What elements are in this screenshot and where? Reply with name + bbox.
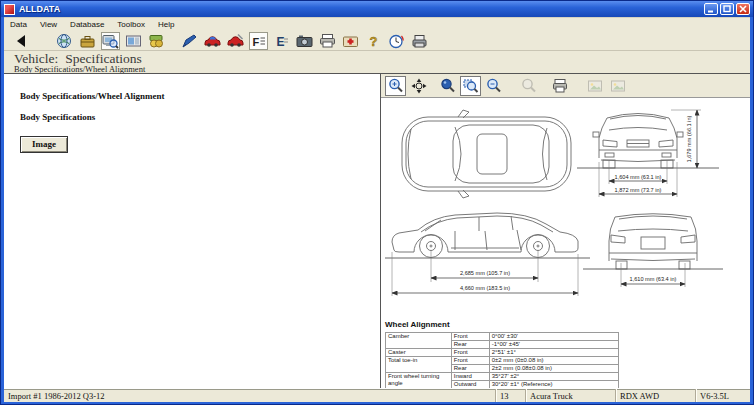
spec-value: 2±2 mm (0.08±0.08 in) — [489, 365, 618, 373]
spec-value: 30°20' ±1° (Reference) — [489, 381, 618, 389]
money-icon[interactable] — [147, 32, 166, 50]
spec-item: Caster — [386, 349, 452, 357]
zoom-in-icon[interactable] — [385, 76, 406, 96]
close-button[interactable] — [736, 3, 750, 15]
main-toolbar: F E ? — [4, 31, 750, 51]
window-title: ALLDATA — [19, 4, 704, 14]
car-repair-icon[interactable] — [226, 32, 245, 50]
status-vehicle-make: Acura Truck — [525, 389, 615, 402]
spec-position: Front — [451, 333, 489, 341]
vehicle-search-icon[interactable] — [101, 32, 120, 50]
camera-icon[interactable] — [295, 32, 314, 50]
zoom-dynamic-icon[interactable] — [437, 76, 458, 96]
article-heading: Body Specifications/Wheel Alignment — [20, 91, 380, 101]
menu-data[interactable]: Data — [10, 20, 27, 29]
menu-view[interactable]: View — [40, 20, 57, 29]
dimension-label: 1,679 mm (66.1 in) — [686, 115, 692, 162]
status-vehicle-model: RDX AWD — [615, 389, 695, 402]
spec-position: Rear — [451, 341, 489, 349]
spec-position: Front — [451, 357, 489, 365]
image-viewer-panel: 1,604 mm (63.1 in) 1,872 mm (73.7 in) 1,… — [381, 74, 750, 388]
pan-icon[interactable] — [408, 76, 429, 96]
alldata-window: ALLDATA Data View Database Toolbox Help — [0, 0, 754, 405]
menu-help[interactable]: Help — [158, 20, 174, 29]
history-clock-icon[interactable] — [387, 32, 406, 50]
spec-value: 0°00' ±30' — [489, 333, 618, 341]
table-row: Camber Front 0°00' ±30' — [386, 333, 619, 341]
wheel-alignment-table: Camber Front 0°00' ±30' Rear -1°00' ±45'… — [385, 332, 619, 388]
world-icon[interactable] — [55, 32, 74, 50]
image-button[interactable]: Image — [20, 136, 68, 153]
f-text-icon[interactable]: F — [249, 32, 268, 50]
fax-icon[interactable] — [410, 32, 429, 50]
zoom-previous-icon[interactable] — [518, 76, 539, 96]
zoom-window-icon[interactable] — [460, 76, 481, 96]
pen-icon[interactable] — [180, 32, 199, 50]
back-icon[interactable] — [12, 32, 31, 50]
spec-value: 35°27' ±2° — [489, 373, 618, 381]
help-icon[interactable]: ? — [364, 32, 383, 50]
spec-value: 2°51' ±1° — [489, 349, 618, 357]
dimension-label: 4,660 mm (183.5 in) — [460, 285, 510, 291]
dimension-label: 1,604 mm (63.1 in) — [615, 174, 662, 180]
status-import-info: Import #1 1986-2012 Q3-12 — [4, 389, 495, 402]
car-top-view-diagram — [399, 101, 574, 206]
car-front-view-diagram: 1,604 mm (63.1 in) 1,872 mm (73.7 in) 1,… — [577, 102, 719, 202]
e-text-icon[interactable]: E — [272, 32, 291, 50]
spec-position: Rear — [451, 365, 489, 373]
spec-item: Total toe-in — [386, 357, 452, 373]
svg-text:E: E — [277, 34, 285, 48]
menu-bar: Data View Database Toolbox Help — [4, 18, 750, 31]
status-page-number: 13 — [495, 389, 525, 402]
spec-position: Front — [451, 349, 489, 357]
zoom-out-icon[interactable] — [483, 76, 504, 96]
table-row: Caster Front 2°51' ±1° — [386, 349, 619, 357]
minimize-button[interactable] — [704, 3, 718, 15]
dimension-label: 1,610 mm (63.4 in) — [630, 276, 677, 282]
viewer-print-icon[interactable] — [549, 76, 570, 96]
menu-database[interactable]: Database — [70, 20, 104, 29]
car-rear-view-diagram: 1,610 mm (63.4 in) — [583, 209, 723, 295]
new-car-icon[interactable] — [203, 32, 222, 50]
dimension-label: 1,872 mm (73.7 in) — [615, 187, 662, 193]
diagram-canvas[interactable]: 1,604 mm (63.1 in) 1,872 mm (73.7 in) 1,… — [381, 98, 750, 388]
page-header: Vehicle:Specifications Body Specificatio… — [4, 51, 750, 73]
print-icon[interactable] — [318, 32, 337, 50]
article-panel: Body Specifications/Wheel Alignment Body… — [4, 74, 381, 388]
spec-value: -1°00' ±45' — [489, 341, 618, 349]
maximize-button[interactable] — [720, 3, 734, 15]
wheel-alignment-section: Wheel Alignment Camber Front 0°00' ±30' … — [385, 320, 621, 388]
title-bar: ALLDATA — [1, 1, 753, 17]
copy-image-icon[interactable] — [584, 76, 605, 96]
save-image-icon[interactable] — [607, 76, 628, 96]
article-subheading: Body Specifications — [20, 112, 380, 122]
car-side-view-diagram: 2,685 mm (105.7 in) 4,660 mm (183.5 in) — [385, 206, 590, 298]
spec-position: Outward — [451, 381, 489, 389]
dimension-label: 2,685 mm (105.7 in) — [460, 270, 510, 276]
status-engine: V6-3.5L — [695, 389, 750, 402]
spec-position: Inward — [451, 373, 489, 381]
wheel-alignment-title: Wheel Alignment — [385, 320, 621, 329]
image-viewer-icon[interactable] — [124, 32, 143, 50]
table-row: Total toe-in Front 0±2 mm (0±0.08 in) — [386, 357, 619, 365]
alldata-logo-icon — [4, 4, 15, 15]
viewer-toolbar — [381, 74, 750, 98]
table-row: Front wheel turning angle Inward 35°27' … — [386, 373, 619, 381]
briefcase-icon[interactable] — [78, 32, 97, 50]
status-bar: Import #1 1986-2012 Q3-12 13 Acura Truck… — [4, 388, 750, 402]
spec-item: Camber — [386, 333, 452, 349]
svg-text:F: F — [253, 35, 260, 47]
spec-item: Front wheel turning angle — [386, 373, 452, 389]
svg-text:?: ? — [370, 34, 378, 49]
menu-toolbox[interactable]: Toolbox — [117, 20, 145, 29]
inbox-icon[interactable] — [341, 32, 360, 50]
spec-value: 0±2 mm (0±0.08 in) — [489, 357, 618, 365]
